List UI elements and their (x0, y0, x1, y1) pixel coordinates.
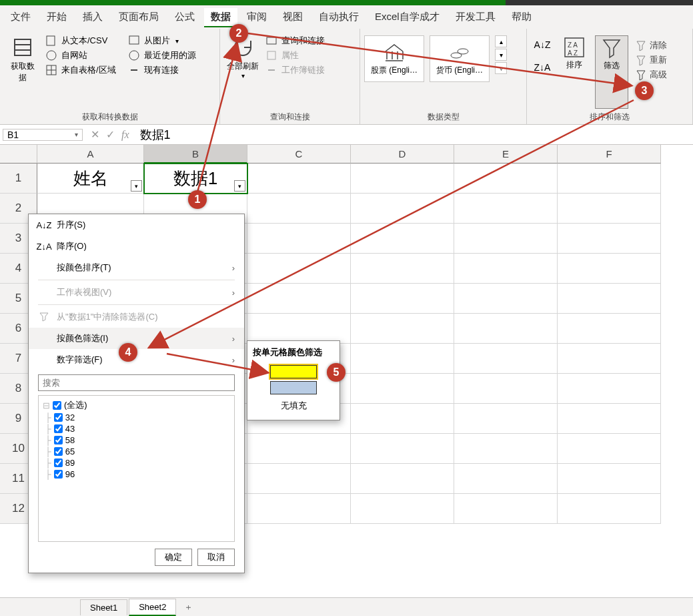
menu-tab-data[interactable]: 数据 (204, 8, 237, 27)
cell[interactable] (351, 254, 454, 284)
get-data-button[interactable]: 获取数 据 (4, 31, 41, 109)
menu-tab-insert[interactable]: 插入 (76, 8, 109, 27)
cell[interactable] (351, 194, 454, 224)
filter-handle-A[interactable]: ▾ (131, 180, 142, 192)
cell[interactable] (247, 434, 351, 464)
check-all[interactable] (53, 401, 61, 410)
accept-formula-icon[interactable]: ✓ (106, 128, 115, 141)
menu-tab-help[interactable]: 帮助 (505, 8, 538, 27)
stocks-button[interactable]: 股票 (Engli… (364, 35, 424, 82)
sheet-tab-2[interactable]: Sheet2 (129, 599, 176, 616)
cell[interactable] (247, 284, 351, 314)
cell[interactable] (351, 464, 454, 494)
filter-ok-button[interactable]: 确定 (155, 549, 192, 566)
cell[interactable] (247, 314, 351, 344)
filter-handle-B[interactable]: ▾ (234, 180, 245, 192)
recent-sources-button[interactable]: 最近使用的源 (124, 49, 200, 62)
formula-input[interactable] (135, 127, 693, 141)
cell[interactable]: 姓名▾ (37, 164, 144, 194)
cell[interactable] (454, 404, 558, 434)
cell[interactable] (454, 254, 558, 284)
sort-desc-button[interactable]: Z↓A (531, 58, 554, 77)
col-header-A[interactable]: A (37, 145, 144, 164)
filter-by-color-item[interactable]: 按颜色筛选(I)› (29, 328, 244, 349)
menu-tab-view[interactable]: 视图 (276, 8, 309, 27)
color-swatch-yellow[interactable] (270, 365, 317, 378)
cell[interactable] (351, 284, 454, 314)
cell[interactable] (247, 224, 351, 254)
menu-tab-auto[interactable]: 自动执行 (312, 8, 366, 27)
check-value[interactable] (54, 470, 63, 479)
from-image-button[interactable]: 从图片▾ (124, 34, 200, 47)
col-header-C[interactable]: C (247, 145, 351, 164)
row-header[interactable]: 1 (0, 164, 37, 194)
menu-tab-review[interactable]: 审阅 (240, 8, 273, 27)
cell[interactable] (558, 434, 661, 464)
from-web-button[interactable]: 自网站 (41, 49, 120, 62)
cell[interactable] (454, 224, 558, 254)
cell[interactable] (558, 164, 661, 194)
cell[interactable] (558, 254, 661, 284)
currency-button[interactable]: 货币 (Engli… (430, 35, 490, 82)
sort-desc-item[interactable]: Z↓A降序(O) (29, 236, 244, 257)
name-box[interactable]: B1▾ (3, 129, 83, 141)
advanced-filter-button[interactable]: 高级 (632, 69, 670, 81)
cell[interactable] (558, 344, 661, 374)
menu-tab-custom[interactable]: Excel自学成才 (368, 8, 446, 27)
cell[interactable] (454, 344, 558, 374)
cell[interactable] (558, 314, 661, 344)
cell[interactable] (247, 494, 351, 524)
cell[interactable] (454, 164, 558, 194)
filter-value-list[interactable]: ⊟(全选) ├32 ├43 ├58 ├65 ├89 ├96 (38, 395, 235, 542)
refresh-all-button[interactable]: 全部刷新▾ (224, 31, 261, 109)
sort-asc-item[interactable]: A↓Z升序(S) (29, 214, 244, 236)
cell[interactable] (247, 254, 351, 284)
menu-tab-dev[interactable]: 开发工具 (449, 8, 502, 27)
cell[interactable] (454, 494, 558, 524)
menu-tab-layout[interactable]: 页面布局 (112, 8, 165, 27)
cancel-formula-icon[interactable]: ✕ (91, 128, 99, 141)
cell[interactable] (247, 194, 351, 224)
color-swatch-blue[interactable] (270, 381, 317, 394)
cell[interactable] (247, 464, 351, 494)
check-value[interactable] (54, 436, 63, 444)
cell[interactable] (454, 194, 558, 224)
menu-tab-formula[interactable]: 公式 (168, 8, 201, 27)
check-value[interactable] (54, 413, 63, 422)
menu-tab-file[interactable]: 文件 (4, 8, 37, 27)
cell[interactable] (454, 284, 558, 314)
cell[interactable] (454, 464, 558, 494)
queries-button[interactable]: 查询和连接 (261, 34, 329, 47)
cell[interactable] (351, 164, 454, 194)
col-header-D[interactable]: D (351, 145, 454, 164)
filter-cancel-button[interactable]: 取消 (197, 549, 235, 566)
select-all-corner[interactable] (0, 145, 37, 164)
menu-tab-home[interactable]: 开始 (40, 8, 73, 27)
datatype-more-button[interactable]: ▿ (495, 62, 507, 74)
sheet-tab-1[interactable]: Sheet1 (80, 599, 127, 615)
check-value[interactable] (54, 447, 63, 456)
cell[interactable] (351, 314, 454, 344)
sort-asc-button[interactable]: A↓Z (531, 35, 554, 54)
cell[interactable] (247, 164, 351, 194)
reapply-button[interactable]: 重新 (632, 54, 670, 66)
check-value[interactable] (54, 424, 63, 433)
cell[interactable] (558, 494, 661, 524)
filter-search-input[interactable] (38, 374, 235, 391)
no-fill-option[interactable]: 无填充 (253, 397, 334, 414)
filter-button[interactable]: 筛选 (595, 35, 628, 109)
cell[interactable] (558, 284, 661, 314)
cell[interactable] (454, 374, 558, 404)
fx-icon[interactable]: fx (121, 129, 129, 141)
cell[interactable] (351, 494, 454, 524)
sort-by-color-item[interactable]: 按颜色排序(T)› (29, 257, 244, 278)
col-header-E[interactable]: E (454, 145, 558, 164)
cell[interactable] (351, 404, 454, 434)
datatype-down-button[interactable]: ▾ (495, 49, 507, 61)
existing-conn-button[interactable]: 现有连接 (124, 63, 200, 77)
cell[interactable]: 数据1▾ (144, 164, 247, 194)
col-header-F[interactable]: F (558, 145, 661, 164)
cell[interactable] (351, 344, 454, 374)
cell[interactable] (558, 464, 661, 494)
clear-filter-button[interactable]: 清除 (632, 39, 670, 51)
